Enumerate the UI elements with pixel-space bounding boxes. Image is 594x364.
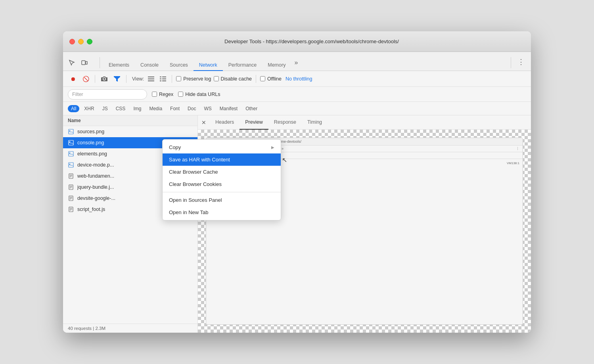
- copy-arrow: ▶: [271, 145, 274, 149]
- view-label: View:: [132, 76, 144, 82]
- tab-memory[interactable]: Memory: [262, 60, 291, 71]
- svg-rect-0: [82, 61, 85, 65]
- tab-sources[interactable]: Sources: [164, 60, 194, 71]
- file-name-sources: sources.png: [77, 129, 193, 134]
- file-icon-img-elements: [68, 151, 74, 157]
- type-all-button[interactable]: All: [68, 105, 79, 112]
- file-icon-doc-script: [68, 206, 74, 213]
- camera-button[interactable]: [99, 74, 109, 84]
- filter-icon[interactable]: [112, 74, 122, 84]
- file-icon-doc-devsite: [68, 195, 74, 201]
- svg-rect-6: [162, 77, 166, 77]
- svg-point-18: [69, 164, 71, 165]
- tab-elements[interactable]: Elements: [103, 60, 135, 71]
- disable-cache-label: Disable cache: [221, 76, 252, 82]
- file-icon-doc-jquery: [68, 184, 74, 190]
- offline-group[interactable]: Offline: [260, 76, 282, 82]
- context-menu-save-har[interactable]: Save as HAR with Content ↖: [163, 153, 281, 166]
- svg-rect-3: [148, 79, 154, 79]
- context-menu-open-sources[interactable]: Open in Sources Panel: [163, 194, 281, 206]
- tab-divider-1: [100, 57, 100, 68]
- offline-checkbox[interactable]: [260, 76, 265, 81]
- hide-data-urls-group[interactable]: Hide data URLs: [178, 92, 220, 97]
- toolbar-sep-1: [95, 75, 95, 83]
- svg-rect-7: [160, 79, 161, 79]
- svg-rect-4: [148, 80, 154, 81]
- type-ws-button[interactable]: WS: [201, 105, 215, 112]
- preserve-log-group[interactable]: Preserve log: [176, 76, 211, 82]
- devtools-menu-button[interactable]: ⋮: [514, 55, 528, 69]
- preview-close-button[interactable]: ✕: [198, 115, 210, 130]
- type-media-button[interactable]: Media: [146, 105, 165, 112]
- titlebar: Developer Tools - https://developers.goo…: [63, 31, 531, 52]
- type-filter-bar: All XHR JS CSS Img Media Font Doc WS Man…: [63, 102, 531, 115]
- type-font-button[interactable]: Font: [167, 105, 183, 112]
- toolbar-sep-2: [126, 75, 126, 83]
- regex-label: Regex: [159, 92, 173, 97]
- hide-data-urls-label: Hide data URLs: [185, 92, 220, 97]
- type-doc-button[interactable]: Doc: [184, 105, 199, 112]
- preview-tabs: ✕ Headers Preview Response Timing: [198, 115, 531, 130]
- context-menu-clear-cookies[interactable]: Clear Browser Cookies: [163, 178, 281, 190]
- content-area: Name sources.png: [63, 115, 531, 333]
- context-menu-clear-cache[interactable]: Clear Browser Cache: [163, 166, 281, 178]
- filter-input[interactable]: [68, 89, 147, 100]
- more-tabs-button[interactable]: »: [291, 57, 301, 69]
- devtools-panel: Elements Console Sources Network Perform…: [63, 52, 531, 333]
- type-img-button[interactable]: Img: [130, 105, 144, 112]
- hide-data-urls-checkbox[interactable]: [178, 92, 183, 97]
- toolbar-sep-4: [256, 75, 256, 83]
- throttling-label: No throttling: [286, 76, 312, 82]
- preview-tab-timing[interactable]: Timing: [302, 115, 328, 130]
- devtools-window: Developer Tools - https://developers.goo…: [63, 31, 531, 333]
- preview-tab-preview[interactable]: Preview: [240, 115, 268, 130]
- cursor-icon: ↖: [282, 156, 287, 163]
- preserve-log-checkbox[interactable]: [176, 76, 181, 81]
- type-js-button[interactable]: JS: [99, 105, 111, 112]
- file-list-header: Name: [63, 115, 197, 126]
- window-title: Developer Tools - https://developers.goo…: [99, 38, 525, 44]
- view-list-button[interactable]: [146, 74, 156, 84]
- disable-cache-checkbox[interactable]: [214, 76, 219, 81]
- preserve-log-label: Preserve log: [183, 76, 211, 82]
- context-menu-open-new-tab[interactable]: Open in New Tab: [163, 206, 281, 218]
- record-button[interactable]: ⏺: [68, 74, 78, 84]
- tab-console[interactable]: Console: [135, 60, 164, 71]
- offline-label: Offline: [267, 76, 282, 82]
- device-mode-icon[interactable]: [79, 57, 90, 68]
- file-icon-img: [68, 128, 74, 135]
- menu-separator: [163, 192, 281, 192]
- preview-tab-headers[interactable]: Headers: [210, 115, 240, 130]
- tab-divider-2: [511, 57, 511, 68]
- svg-rect-1: [86, 61, 87, 64]
- close-button[interactable]: [69, 39, 75, 44]
- status-bar: 40 requests | 2.3M: [63, 324, 197, 333]
- svg-rect-5: [160, 77, 161, 77]
- maximize-button[interactable]: [87, 39, 92, 44]
- toolbar-icons: [66, 57, 90, 71]
- context-menu-copy[interactable]: Copy ▶: [163, 141, 281, 153]
- svg-rect-10: [162, 80, 166, 81]
- type-css-button[interactable]: CSS: [113, 105, 129, 112]
- svg-rect-8: [162, 79, 166, 79]
- tab-bar: Elements Console Sources Network Perform…: [63, 52, 531, 71]
- file-item-sources[interactable]: sources.png: [63, 126, 197, 137]
- regex-group[interactable]: Regex: [152, 92, 173, 97]
- tab-network[interactable]: Network: [194, 60, 223, 71]
- svg-point-16: [69, 153, 71, 154]
- type-other-button[interactable]: Other: [242, 105, 261, 112]
- type-manifest-button[interactable]: Manifest: [217, 105, 241, 112]
- request-count: 40 requests | 2.3M: [68, 326, 105, 331]
- context-menu: Copy ▶ Save as HAR with Content ↖ Clear …: [162, 139, 281, 220]
- file-icon-doc-web: [68, 173, 74, 179]
- file-icon-img-device: [68, 162, 74, 168]
- clear-button[interactable]: 🚫: [80, 74, 91, 84]
- type-xhr-button[interactable]: XHR: [81, 105, 97, 112]
- minimize-button[interactable]: [78, 39, 84, 44]
- view-detail-button[interactable]: [158, 74, 168, 84]
- disable-cache-group[interactable]: Disable cache: [214, 76, 252, 82]
- preview-tab-response[interactable]: Response: [268, 115, 302, 130]
- regex-checkbox[interactable]: [152, 92, 157, 97]
- tab-performance[interactable]: Performance: [223, 60, 263, 71]
- inspect-icon[interactable]: [66, 57, 77, 68]
